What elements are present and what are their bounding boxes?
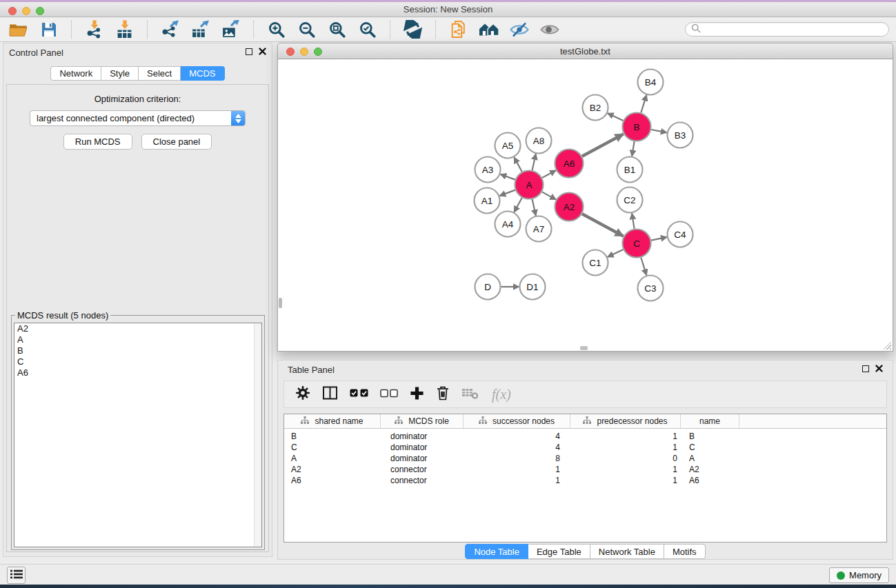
table-row[interactable]: Adominator80A — [284, 453, 886, 464]
eye-button[interactable] — [539, 19, 559, 39]
zoom-fit-button[interactable] — [327, 19, 347, 39]
table-cell[interactable]: 1 — [570, 465, 681, 474]
graph-edge-B-B4[interactable] — [641, 95, 646, 113]
graph-edge-A-A2[interactable] — [542, 192, 556, 199]
save-session-button[interactable] — [39, 19, 59, 39]
network-canvas[interactable]: B4B2BB3A5A8A6A3B1AA1C2A2A4A7C4CC1C3DD1 — [277, 59, 893, 352]
table-cell[interactable]: 4 — [464, 443, 570, 452]
column-header-successor-nodes[interactable]: successor nodes — [464, 414, 570, 428]
graph-node-A6[interactable]: A6 — [555, 150, 584, 178]
memory-button[interactable]: Memory — [829, 567, 889, 583]
graph-node-B2[interactable]: B2 — [583, 95, 608, 121]
graph-node-B[interactable]: B — [623, 113, 651, 141]
table-cell[interactable]: A — [681, 454, 739, 463]
table-cell[interactable]: dominator — [381, 454, 464, 463]
table-cell[interactable]: 1 — [570, 476, 681, 485]
graph-edge-A-A4[interactable] — [514, 198, 521, 212]
zoom-out-button[interactable] — [297, 19, 317, 39]
tab-select[interactable]: Select — [139, 66, 181, 81]
graph-node-B1[interactable]: B1 — [617, 157, 643, 183]
result-list-item[interactable]: A2 — [14, 323, 261, 334]
graph-edge-B-B3[interactable] — [651, 130, 667, 132]
import-table-button[interactable] — [115, 19, 135, 39]
float-panel-icon[interactable] — [862, 365, 869, 372]
split-columns-button[interactable] — [322, 385, 338, 403]
table-cell[interactable]: 1 — [570, 432, 681, 441]
graph-node-A7[interactable]: A7 — [526, 216, 552, 242]
graph-node-C4[interactable]: C4 — [668, 222, 693, 247]
table-cell[interactable]: connector — [381, 476, 464, 485]
graph-edge-B-B1[interactable] — [632, 141, 635, 156]
window-resize-grip[interactable] — [883, 341, 891, 349]
graph-edge-A-A7[interactable] — [532, 199, 536, 216]
table-row[interactable]: A6connector11A6 — [284, 475, 886, 486]
result-list-item[interactable]: C — [14, 356, 261, 367]
graph-edge-A6-B[interactable] — [582, 134, 624, 156]
close-panel-button[interactable]: Close panel — [141, 134, 212, 150]
zoom-in-button[interactable] — [266, 19, 286, 39]
column-header-MCDS-role[interactable]: MCDS role — [381, 414, 464, 428]
criterion-dropdown[interactable]: largest connected component (directed) — [30, 110, 246, 126]
zoom-selected-button[interactable] — [357, 19, 377, 39]
table-cell[interactable]: B — [284, 432, 381, 441]
result-list-item[interactable]: B — [14, 345, 261, 356]
eye-slash-button[interactable] — [509, 19, 529, 39]
graph-edge-A-A8[interactable] — [532, 154, 536, 170]
import-network-button[interactable] — [84, 19, 104, 39]
graph-edge-A-A1[interactable] — [499, 190, 515, 196]
graph-edge-C-C3[interactable] — [641, 258, 646, 276]
tab-network[interactable]: Network — [50, 66, 101, 81]
graph-node-C[interactable]: C — [623, 230, 651, 258]
column-header-name[interactable]: name — [681, 414, 739, 428]
table-cell[interactable]: 1 — [570, 443, 681, 452]
graph-node-A[interactable]: A — [515, 171, 544, 199]
table-cell[interactable]: A2 — [284, 465, 381, 474]
table-row[interactable]: Cdominator41C — [284, 442, 886, 453]
graph-node-A5[interactable]: A5 — [495, 133, 521, 159]
graph-node-A3[interactable]: A3 — [475, 157, 501, 183]
graph-node-D[interactable]: D — [475, 274, 501, 300]
table-cell[interactable]: 0 — [570, 454, 681, 463]
graph-node-C2[interactable]: C2 — [617, 187, 643, 213]
graph-node-A4[interactable]: A4 — [495, 212, 521, 237]
select-all-columns-button[interactable] — [350, 388, 368, 401]
float-panel-icon[interactable] — [246, 48, 252, 55]
network-horizontal-scrollbar[interactable] — [580, 346, 588, 350]
search-input[interactable] — [704, 24, 883, 34]
table-tab-edge-table[interactable]: Edge Table — [528, 544, 590, 559]
graph-node-C3[interactable]: C3 — [638, 276, 664, 301]
result-list-item[interactable]: A6 — [14, 367, 261, 378]
table-settings-button[interactable] — [295, 385, 310, 403]
graph-node-B4[interactable]: B4 — [638, 70, 664, 95]
graph-edge-A-A6[interactable] — [542, 170, 556, 178]
graph-node-B3[interactable]: B3 — [668, 123, 693, 148]
table-cell[interactable]: B — [681, 432, 739, 441]
graph-node-A8[interactable]: A8 — [526, 128, 552, 154]
refresh-button[interactable] — [403, 19, 423, 39]
network-vertical-scrollbar[interactable] — [279, 298, 282, 308]
graph-node-A2[interactable]: A2 — [555, 193, 584, 221]
add-column-button[interactable] — [410, 386, 424, 403]
tab-style[interactable]: Style — [101, 66, 139, 81]
graph-edge-A-A3[interactable] — [500, 174, 515, 180]
table-cell[interactable]: dominator — [381, 443, 464, 452]
table-tab-node-table[interactable]: Node Table — [465, 544, 528, 559]
export-image-button[interactable] — [221, 19, 241, 39]
close-panel-icon[interactable] — [875, 365, 883, 372]
run-mcds-button[interactable]: Run MCDS — [63, 134, 132, 150]
column-header-predecessor-nodes[interactable]: predecessor nodes — [570, 414, 681, 428]
graph-edge-C-C1[interactable] — [608, 250, 624, 257]
table-cell[interactable]: 4 — [464, 432, 570, 441]
graph-edge-B-B2[interactable] — [608, 113, 624, 121]
deselect-all-columns-button[interactable] — [380, 388, 398, 401]
table-tab-network-table[interactable]: Network Table — [590, 544, 664, 559]
graph-edge-C-C2[interactable] — [632, 213, 635, 229]
graph-edge-A-A5[interactable] — [514, 157, 521, 172]
open-session-button[interactable] — [8, 19, 28, 39]
result-list-item[interactable]: A — [14, 334, 261, 345]
status-menu-button[interactable] — [7, 567, 26, 584]
table-cell[interactable]: connector — [381, 465, 464, 474]
table-cell[interactable]: 1 — [464, 476, 570, 485]
close-panel-icon[interactable] — [259, 48, 266, 55]
graph-edge-A2-C[interactable] — [582, 214, 624, 236]
